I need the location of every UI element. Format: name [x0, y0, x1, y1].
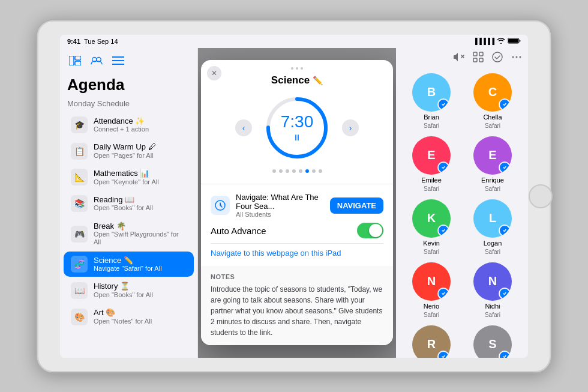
agenda-item-art[interactable]: 🎨 Art 🎨 Open "Notes" for All: [64, 304, 194, 330]
middle-content: ✕ Science ✏️: [198, 48, 396, 358]
student-avatar-nidhi: N: [473, 262, 512, 301]
pagination-dot-5[interactable]: [299, 169, 302, 173]
navigate-icon: [211, 196, 230, 215]
agenda-item-subtitle-break: Open "Swift Playgrounds" for All: [94, 231, 187, 246]
pagination-dot-2[interactable]: [279, 169, 283, 173]
status-icons: ▐▐▐▐▐: [473, 38, 521, 45]
navigate-link[interactable]: Navigate to this webpage on this iPad: [211, 249, 383, 258]
dot-2: [296, 67, 298, 70]
student-item-nerio[interactable]: N Nerio Safari: [404, 262, 458, 318]
mute-icon[interactable]: [454, 52, 464, 64]
notes-text: Introduce the topic of seasons to studen…: [211, 284, 383, 338]
agenda-item-title-history: History ⏳: [94, 282, 187, 291]
navigate-title: Navigate: What Are The Four Sea...: [236, 193, 324, 211]
agenda-item-title-warmup: Daily Warm Up 🖊: [94, 142, 187, 152]
avatar-badge-emilee: [437, 161, 449, 173]
agenda-item-icon-history: 📖: [71, 282, 88, 299]
schedule-label: Monday Schedule: [60, 97, 197, 112]
battery-icon: [508, 38, 521, 45]
agenda-item-title-art: Art 🎨: [94, 308, 187, 318]
student-avatar-kevin: K: [412, 199, 451, 238]
student-item-kevin[interactable]: K Kevin Safari: [404, 199, 458, 255]
student-name-nidhi: Nidhi: [485, 303, 500, 310]
agenda-item-reading[interactable]: 📚 Reading 📖 Open "Books" for All: [64, 191, 194, 217]
notes-section: NOTES Introduce the topic of seasons to …: [201, 266, 393, 345]
agenda-item-icon-science: 🧬: [71, 256, 88, 273]
agenda-item-icon-mathematics: 📐: [71, 169, 88, 185]
student-item-chella[interactable]: C Chella Safari: [466, 73, 520, 129]
student-app-enrique: Safari: [485, 185, 500, 192]
signal-icon: ▐▐▐▐▐: [473, 38, 494, 44]
svg-rect-3: [75, 56, 81, 60]
student-item-nidhi[interactable]: N Nidhi Safari: [466, 262, 520, 318]
timer-container: ‹ 7:30 ⏸: [235, 95, 359, 161]
timer-pause-icon[interactable]: ⏸: [293, 133, 301, 142]
student-app-nerio: Safari: [424, 312, 439, 318]
student-avatar-brian: B: [412, 73, 451, 112]
agenda-item-subtitle-history: Open "Books" for All: [94, 291, 187, 299]
agenda-item-break[interactable]: 🎮 Break 🌴 Open "Swift Playgrounds" for A…: [64, 217, 194, 251]
navigate-button[interactable]: NAVIGATE: [330, 198, 383, 214]
avatar-badge-enrique: [499, 161, 511, 173]
timer-next-button[interactable]: ›: [342, 119, 359, 136]
sidebar-icon-2[interactable]: [89, 53, 104, 68]
navigate-row: Navigate: What Are The Four Sea... All S…: [211, 193, 383, 218]
checkmark-icon[interactable]: [492, 52, 503, 65]
svg-rect-2: [69, 56, 74, 65]
timer-time: 7:30: [281, 113, 314, 130]
svg-point-20: [512, 56, 514, 58]
navigate-section: Navigate: What Are The Four Sea... All S…: [201, 184, 393, 266]
timer-display: 7:30 ⏸: [281, 113, 314, 142]
student-item-raffi[interactable]: R Raffi Safari: [404, 325, 458, 358]
agenda-item-subtitle-warmup: Open "Pages" for All: [94, 152, 187, 160]
svg-point-21: [516, 56, 518, 58]
pagination-dot-1[interactable]: [272, 169, 276, 173]
ipad-home-button[interactable]: [529, 184, 553, 208]
svg-rect-4: [75, 61, 81, 65]
modal-top: Science ✏️ ‹: [201, 60, 393, 184]
modal-overlay: ✕ Science ✏️: [198, 48, 396, 358]
navigate-text: Navigate: What Are The Four Sea... All S…: [236, 193, 324, 218]
student-name-logan: Logan: [484, 240, 502, 247]
agenda-item-mathematics[interactable]: 📐 Mathematics 📊 Open "Keynote" for All: [64, 164, 194, 190]
avatar-badge-nerio: [437, 288, 449, 300]
agenda-item-attendance[interactable]: 🎓 Attendance ✨ Connect + 1 action: [64, 112, 194, 138]
student-item-enrique[interactable]: E Enrique Safari: [466, 136, 520, 192]
more-icon[interactable]: [511, 52, 522, 65]
notes-label: NOTES: [211, 273, 383, 280]
pagination-dot-8[interactable]: [319, 169, 322, 173]
grid-icon[interactable]: [473, 52, 484, 65]
agenda-item-title-science: Science ✏️: [94, 256, 187, 265]
agenda-item-history[interactable]: 📖 History ⏳ Open "Books" for All: [64, 277, 194, 303]
student-item-emilee[interactable]: E Emilee Safari: [404, 136, 458, 192]
student-avatar-nerio: N: [412, 262, 451, 301]
pagination-dot-3[interactable]: [286, 169, 289, 173]
student-item-samara[interactable]: S Samara Safari: [466, 325, 520, 358]
student-name-kevin: Kevin: [423, 240, 440, 247]
ipad-screen: 9:41 Tue Sep 14 ▐▐▐▐▐: [60, 35, 528, 358]
modal-dialog: ✕ Science ✏️: [201, 60, 393, 345]
agenda-item-warmup[interactable]: 📋 Daily Warm Up 🖊 Open "Pages" for All: [64, 138, 194, 164]
agenda-item-science[interactable]: 🧬 Science ✏️ Navigate "Safari" for All: [64, 252, 194, 277]
student-app-logan: Safari: [485, 249, 500, 255]
agenda-item-subtitle-art: Open "Notes" for All: [94, 318, 187, 325]
student-name-nerio: Nerio: [424, 303, 439, 310]
wifi-icon: [497, 38, 505, 45]
avatar-badge-nidhi: [499, 288, 511, 300]
student-item-brian[interactable]: B Brian Safari: [404, 73, 458, 129]
timer-prev-button[interactable]: ‹: [235, 119, 252, 136]
auto-advance-toggle[interactable]: [357, 223, 383, 238]
student-item-logan[interactable]: L Logan Safari: [466, 199, 520, 255]
agenda-item-subtitle-attendance: Connect + 1 action: [94, 125, 187, 133]
sidebar: Agenda Monday Schedule 🎓 Attendance ✨ Co…: [60, 48, 198, 358]
agenda-item-subtitle-mathematics: Open "Keynote" for All: [94, 178, 187, 186]
pagination-dot-4[interactable]: [292, 169, 296, 173]
auto-advance-row: Auto Advance: [211, 218, 383, 244]
modal-close-button[interactable]: ✕: [207, 66, 221, 80]
pagination-dot-7[interactable]: [312, 169, 316, 173]
sidebar-icon-1[interactable]: [67, 53, 83, 68]
sidebar-icon-3[interactable]: [110, 53, 126, 68]
pagination-dot-6[interactable]: [305, 169, 309, 173]
modal-dots-menu[interactable]: [291, 67, 303, 70]
student-name-emilee: Emilee: [421, 176, 442, 184]
